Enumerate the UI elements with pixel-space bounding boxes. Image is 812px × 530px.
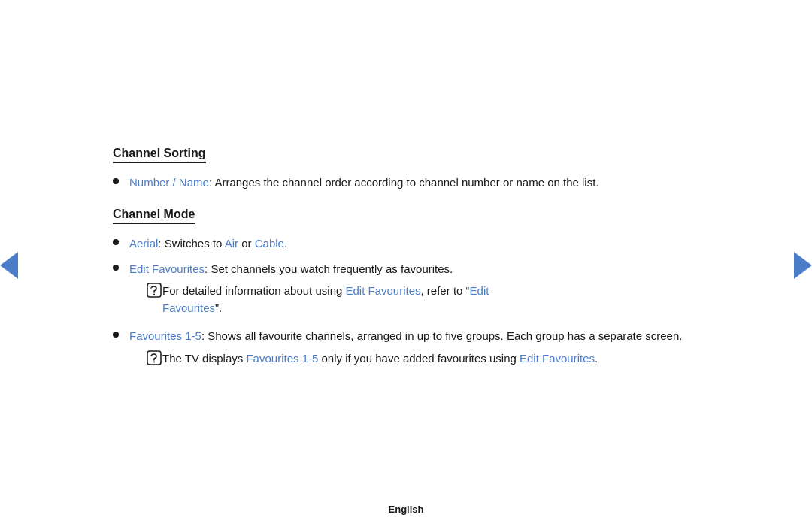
channel-sorting-item-1: Number / Name: Arranges the channel orde… (129, 174, 699, 191)
fav-note-mid: only if you have added favourites using (318, 352, 520, 365)
edit-favourites-item: Edit Favourites: Set channels you watch … (129, 260, 699, 320)
edit-favourites-note-text: For detailed information about using Edi… (162, 282, 699, 317)
aerial-or: or (238, 237, 255, 250)
list-item: Favourites 1-5: Shows all favourite chan… (113, 327, 699, 370)
fav-note-end: . (595, 352, 598, 365)
channel-sorting-list: Number / Name: Arranges the channel orde… (113, 174, 699, 191)
favourites-15-desc: : Shows all favourite channels, arranged… (201, 329, 683, 342)
footer-language: English (389, 504, 424, 515)
note-text-end: ”. (215, 301, 222, 314)
edit-favourites-note: For detailed information about using Edi… (146, 282, 699, 317)
list-item: Number / Name: Arranges the channel orde… (113, 174, 699, 191)
svg-point-3 (153, 361, 155, 362)
bullet-dot (113, 265, 119, 271)
edit-favourites-desc: : Set channels you watch frequently as f… (205, 262, 453, 275)
content-area: Channel Sorting Number / Name: Arranges … (98, 124, 714, 406)
fav-note-link1: Favourites 1-5 (246, 352, 318, 365)
aerial-link: Aerial (129, 237, 158, 250)
nav-arrow-right[interactable] (794, 252, 812, 279)
favourites-15-item: Favourites 1-5: Shows all favourite chan… (129, 327, 699, 370)
note-icon (146, 350, 162, 366)
svg-point-1 (153, 293, 155, 295)
bullet-dot (113, 332, 119, 338)
fav-note-before: The TV displays (162, 352, 246, 365)
number-name-link: Number / Name (129, 176, 209, 189)
list-item: Aerial: Switches to Air or Cable. (113, 235, 699, 252)
nav-arrow-left[interactable] (0, 252, 18, 279)
cable-link: Cable (255, 237, 284, 250)
aerial-desc-before: : Switches to (158, 237, 224, 250)
air-link: Air (225, 237, 238, 250)
bullet-dot (113, 239, 119, 245)
favourites-15-note: The TV displays Favourites 1-5 only if y… (146, 350, 699, 367)
channel-sorting-desc: : Arranges the channel order according t… (209, 176, 599, 189)
aerial-period: . (284, 237, 287, 250)
channel-mode-section: Channel Mode Aerial: Switches to Air or … (113, 207, 699, 370)
channel-mode-title: Channel Mode (113, 207, 195, 224)
list-item: Edit Favourites: Set channels you watch … (113, 260, 699, 320)
channel-sorting-section: Channel Sorting Number / Name: Arranges … (113, 147, 699, 191)
bullet-dot (113, 178, 119, 184)
edit-favourites-link: Edit Favourites (129, 262, 205, 275)
fav-note-link2: Edit Favourites (520, 352, 595, 365)
page-container: Channel Sorting Number / Name: Arranges … (0, 0, 812, 530)
favourites-15-note-text: The TV displays Favourites 1-5 only if y… (162, 350, 699, 367)
channel-sorting-title: Channel Sorting (113, 147, 206, 163)
note-ef-link1: Edit Favourites (345, 284, 420, 297)
note-text-before: For detailed information about using (162, 284, 345, 297)
note-text-mid: , refer to “ (421, 284, 470, 297)
channel-mode-list: Aerial: Switches to Air or Cable. Edit F… (113, 235, 699, 370)
favourites-15-link: Favourites 1-5 (129, 329, 201, 342)
note-icon (146, 282, 162, 298)
aerial-item: Aerial: Switches to Air or Cable. (129, 235, 699, 252)
